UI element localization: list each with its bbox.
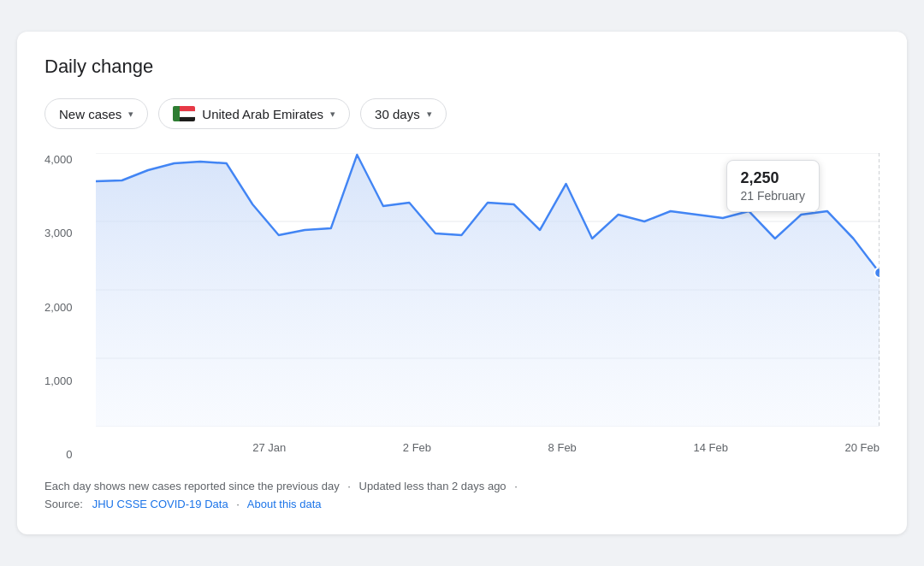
x-label-14feb: 14 Feb [693, 441, 727, 454]
period-filter-button[interactable]: 30 days ▾ [360, 98, 447, 129]
x-label-2feb: 2 Feb [403, 441, 431, 454]
svg-marker-5 [96, 155, 880, 427]
country-chevron-icon: ▾ [330, 109, 335, 120]
separator2: · [514, 480, 518, 492]
about-link[interactable]: About this data [247, 498, 322, 510]
y-label-2000: 2,000 [44, 301, 73, 314]
y-label-1000: 1,000 [44, 374, 73, 387]
x-label-27jan: 27 Jan [252, 441, 286, 454]
chart-container: 2,250 21 February 27 Jan 2 Feb 8 Feb 14 … [96, 153, 880, 427]
updated-text: Updated less than 2 days ago [359, 480, 506, 492]
uae-flag-icon [173, 106, 195, 121]
separator3: · [236, 498, 240, 510]
footer: Each day shows new cases reported since … [44, 478, 880, 514]
metric-filter-label: New cases [59, 107, 121, 121]
daily-change-card: Daily change New cases ▾ United Arab Emi… [17, 32, 907, 534]
y-label-3000: 3,000 [44, 227, 73, 239]
period-chevron-icon: ▾ [427, 109, 432, 120]
x-label-8feb: 8 Feb [548, 441, 577, 454]
x-axis: 27 Jan 2 Feb 8 Feb 14 Feb 20 Feb [96, 441, 880, 454]
chart-svg [96, 153, 880, 427]
chart-area: 4,000 3,000 2,000 1,000 0 [44, 153, 880, 461]
y-axis: 4,000 3,000 2,000 1,000 0 [44, 153, 81, 461]
metric-chevron-icon: ▾ [128, 109, 133, 120]
x-label-20feb: 20 Feb [844, 441, 879, 454]
source-link[interactable]: JHU CSSE COVID-19 Data [92, 498, 228, 510]
disclaimer-text: Each day shows new cases reported since … [44, 480, 340, 492]
country-filter-label: United Arab Emirates [202, 107, 323, 121]
filter-bar: New cases ▾ United Arab Emirates ▾ 30 da… [44, 98, 880, 129]
metric-filter-button[interactable]: New cases ▾ [44, 98, 148, 129]
svg-point-6 [874, 268, 880, 278]
y-label-0: 0 [66, 448, 72, 461]
card-title: Daily change [44, 56, 880, 78]
separator1: · [347, 480, 351, 492]
country-filter-button[interactable]: United Arab Emirates ▾ [158, 98, 350, 129]
period-filter-label: 30 days [375, 107, 420, 121]
source-label: Source: [44, 498, 83, 510]
y-label-4000: 4,000 [44, 153, 73, 166]
